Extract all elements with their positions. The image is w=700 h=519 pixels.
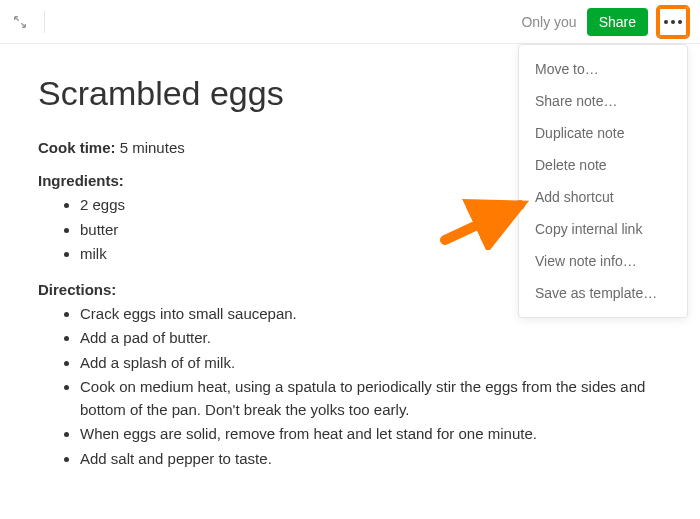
list-item[interactable]: Add a splash of of milk.: [80, 351, 662, 376]
menu-item-delete[interactable]: Delete note: [519, 149, 687, 181]
menu-item-add-shortcut[interactable]: Add shortcut: [519, 181, 687, 213]
more-actions-button[interactable]: [658, 7, 688, 37]
menu-item-share-note[interactable]: Share note…: [519, 85, 687, 117]
list-item[interactable]: Add a pad of butter.: [80, 326, 662, 351]
more-actions-menu: Move to… Share note… Duplicate note Dele…: [518, 44, 688, 318]
share-button[interactable]: Share: [587, 8, 648, 36]
menu-item-duplicate[interactable]: Duplicate note: [519, 117, 687, 149]
more-icon: [664, 20, 682, 24]
top-toolbar: Only you Share: [0, 0, 700, 44]
expand-icon[interactable]: [12, 14, 28, 30]
list-item[interactable]: Add salt and pepper to taste.: [80, 447, 662, 472]
cook-time-label: Cook time:: [38, 139, 116, 156]
visibility-label: Only you: [521, 14, 576, 30]
menu-item-view-info[interactable]: View note info…: [519, 245, 687, 277]
toolbar-divider: [44, 11, 45, 33]
list-item[interactable]: When eggs are solid, remove from heat an…: [80, 422, 662, 447]
menu-item-move-to[interactable]: Move to…: [519, 53, 687, 85]
menu-item-save-template[interactable]: Save as template…: [519, 277, 687, 309]
cook-time-value: 5 minutes: [120, 139, 185, 156]
list-item[interactable]: Cook on medium heat, using a spatula to …: [80, 375, 662, 422]
menu-item-copy-link[interactable]: Copy internal link: [519, 213, 687, 245]
directions-list[interactable]: Crack eggs into small saucepan. Add a pa…: [38, 302, 662, 472]
